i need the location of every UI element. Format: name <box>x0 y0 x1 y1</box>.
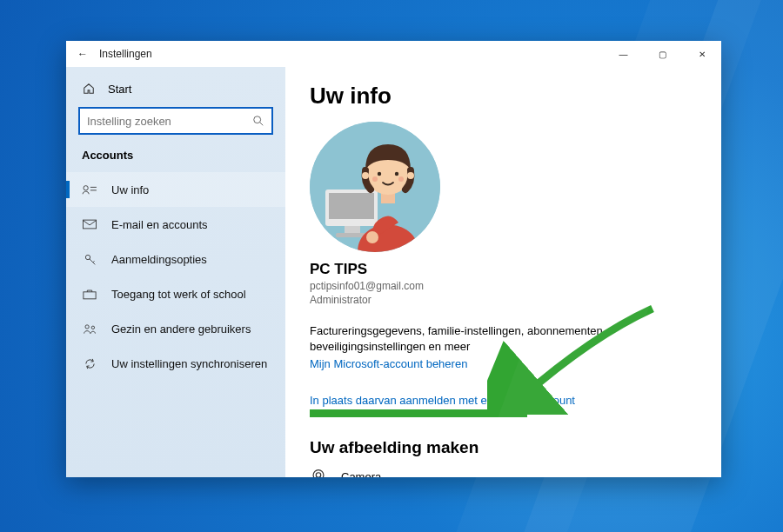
svg-rect-5 <box>83 220 96 229</box>
briefcase-icon <box>82 287 97 301</box>
titlebar: ← Instellingen — ▢ ✕ <box>66 41 721 67</box>
manage-account-link[interactable]: Mijn Microsoft-account beheren <box>310 357 467 370</box>
main-panel: Uw info <box>285 67 721 477</box>
svg-point-27 <box>316 473 320 477</box>
home-button[interactable]: Start <box>66 72 285 105</box>
svg-rect-9 <box>84 291 96 298</box>
home-icon <box>82 82 96 96</box>
billing-description: Factureringsgegevens, familie-instelling… <box>310 323 623 354</box>
sidebar: Start Accounts Uw info <box>66 67 285 477</box>
mail-icon <box>82 217 97 231</box>
key-icon <box>82 252 97 266</box>
svg-line-1 <box>260 123 264 126</box>
svg-point-21 <box>407 172 414 179</box>
sync-icon <box>82 356 97 370</box>
camera-icon <box>310 468 329 477</box>
close-button[interactable]: ✕ <box>682 41 721 67</box>
camera-label: Camera <box>341 470 381 477</box>
home-label: Start <box>108 83 131 96</box>
search-box[interactable] <box>78 107 273 135</box>
search-icon <box>252 115 264 127</box>
sidebar-item-label: Uw info <box>111 183 149 196</box>
sidebar-item-label: Toegang tot werk of school <box>111 288 246 301</box>
svg-point-11 <box>91 326 94 329</box>
svg-point-0 <box>254 116 261 123</box>
highlight-underline <box>310 409 527 417</box>
svg-point-22 <box>378 172 381 176</box>
sidebar-item-label: Gezin en andere gebruikers <box>111 323 251 336</box>
svg-rect-15 <box>345 226 360 233</box>
sidebar-item-label: E-mail en accounts <box>111 218 208 231</box>
user-name: PC TIPS <box>310 261 697 278</box>
window-content: Start Accounts Uw info <box>66 67 721 477</box>
window-title: Instellingen <box>99 48 152 60</box>
maximize-button[interactable]: ▢ <box>643 41 682 67</box>
page-title: Uw info <box>310 83 697 110</box>
avatar <box>310 122 440 252</box>
user-role: Administrator <box>310 294 697 306</box>
sidebar-item-sync[interactable]: Uw instellingen synchroniseren <box>66 346 285 381</box>
person-card-icon <box>82 183 97 196</box>
camera-option[interactable]: Camera <box>310 468 697 477</box>
svg-line-8 <box>92 261 94 263</box>
sidebar-item-signin[interactable]: Aanmeldingsopties <box>66 242 285 276</box>
svg-point-24 <box>372 176 378 182</box>
annotation-arrow <box>487 302 661 415</box>
svg-point-20 <box>362 172 369 179</box>
minimize-button[interactable]: — <box>604 41 643 67</box>
svg-point-25 <box>398 176 404 182</box>
svg-rect-14 <box>329 193 374 219</box>
people-icon <box>82 322 97 336</box>
sidebar-item-info[interactable]: Uw info <box>66 172 285 207</box>
sidebar-item-label: Aanmeldingsopties <box>111 253 207 266</box>
svg-line-7 <box>89 258 95 264</box>
svg-point-23 <box>395 172 398 176</box>
settings-window: ← Instellingen — ▢ ✕ Start <box>66 41 721 477</box>
svg-point-2 <box>84 186 88 190</box>
window-controls: — ▢ ✕ <box>604 41 721 67</box>
back-button[interactable]: ← <box>77 48 89 60</box>
sidebar-section-title: Accounts <box>66 143 285 172</box>
search-wrap <box>66 105 285 143</box>
sidebar-item-email[interactable]: E-mail en accounts <box>66 207 285 242</box>
sidebar-item-work[interactable]: Toegang tot werk of school <box>66 276 285 311</box>
svg-point-17 <box>366 231 378 243</box>
sidebar-item-label: Uw instellingen synchroniseren <box>111 357 267 370</box>
svg-point-10 <box>84 324 88 328</box>
sidebar-item-family[interactable]: Gezin en andere gebruikers <box>66 311 285 346</box>
search-input[interactable] <box>87 115 252 128</box>
picture-heading: Uw afbeelding maken <box>310 438 697 457</box>
svg-point-26 <box>313 470 324 477</box>
local-account-link[interactable]: In plaats daarvan aanmelden met een loka… <box>310 394 575 407</box>
user-email: pctipsinfo01@gmail.com <box>310 280 697 292</box>
